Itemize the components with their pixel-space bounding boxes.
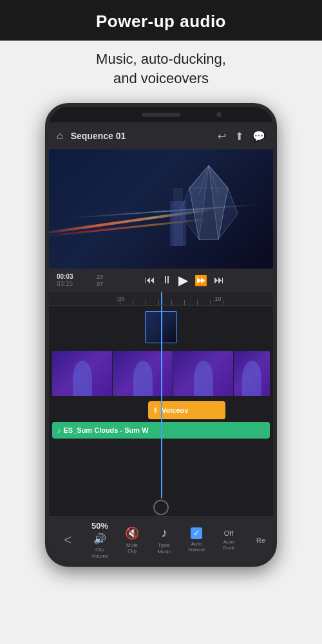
comment-icon[interactable]: 💬: [252, 130, 265, 142]
phone-camera: [216, 112, 222, 117]
header-title: Power-up audio: [96, 12, 226, 31]
step-forward-button[interactable]: ⏩: [194, 274, 207, 287]
step-back-button[interactable]: ⏸: [162, 274, 172, 286]
video-preview: [49, 149, 273, 269]
music-icon: ♪: [57, 426, 61, 434]
app-bar-icons: ↩ ⬆ 💬: [218, 130, 265, 142]
mute-label: MuteClip: [126, 542, 138, 554]
music-label: ES_Sum Clouds - Sum W: [64, 426, 149, 434]
toolbar-back[interactable]: <: [52, 533, 84, 547]
voiceover-clip[interactable]: 🎙 Voiceov: [148, 401, 225, 419]
timecode-frame-total: 07: [97, 281, 103, 287]
re-icon: Re: [256, 536, 265, 544]
music-type-icon: ♪: [161, 526, 167, 540]
timecode-frame: 23: [97, 274, 103, 280]
toolbar-mute-clip[interactable]: 🔇 MuteClip: [116, 526, 148, 554]
ruler-playhead-line: [161, 292, 162, 305]
video-segment-3: [173, 351, 233, 396]
share-icon[interactable]: ⬆: [235, 130, 243, 142]
voiceover-label: Voiceov: [162, 406, 188, 414]
auto-volume-checkbox[interactable]: ✓: [191, 527, 202, 539]
skip-forward-button[interactable]: ⏭: [214, 274, 224, 286]
skip-back-button[interactable]: ⏮: [145, 274, 155, 286]
undo-icon[interactable]: ↩: [218, 130, 226, 142]
home-icon[interactable]: ⌂: [57, 130, 63, 142]
voiceover-icon: 🎙: [152, 406, 159, 414]
auto-duck-value: Off: [224, 529, 233, 537]
auto-volume-label: AutoVolume: [188, 541, 205, 553]
svg-rect-7: [173, 188, 183, 246]
video-segment-1: [52, 351, 112, 396]
toolbar-auto-volume[interactable]: ✓ AutoVolume: [180, 527, 213, 553]
timecode-total: 03:15: [57, 280, 95, 287]
volume-icon: 🔊: [93, 533, 106, 545]
playback-controls: ⏮ ⏸ ▶ ⏩ ⏭: [103, 272, 265, 288]
phone-top-bar: [49, 107, 273, 122]
subtitle-text: Music, auto-ducking,and voiceovers: [96, 51, 226, 86]
header-section: Power-up audio: [0, 0, 322, 41]
toolbar-type-music[interactable]: ♪ Type:Music: [148, 526, 180, 554]
play-button[interactable]: ▶: [178, 272, 188, 288]
sequence-title: Sequence 01: [71, 131, 213, 141]
phone: ⌂ Sequence 01 ↩ ⬆ 💬: [45, 103, 277, 567]
timeline-ruler: :00 :10: [49, 292, 273, 306]
timeline-playhead: [161, 306, 162, 498]
timeline-area[interactable]: 🎙 Voiceov ♪ ES_Sum Clouds - Sum W: [49, 306, 273, 498]
auto-duck-label: AutoDuck: [223, 539, 234, 551]
volume-label: ClipVolume: [91, 547, 109, 559]
toolbar-auto-duck[interactable]: Off AutoDuck: [213, 529, 245, 551]
volume-value: 50%: [91, 521, 108, 531]
toolbar-re[interactable]: Re: [245, 536, 277, 544]
music-type-label: Type:Music: [158, 542, 171, 554]
toolbar-clip-volume[interactable]: 50% 🔊 ClipVolume: [84, 521, 116, 559]
phone-speaker: [142, 113, 180, 117]
app-bar: ⌂ Sequence 01 ↩ ⬆ 💬: [49, 122, 273, 149]
scroll-handle[interactable]: [153, 500, 169, 515]
bottom-toolbar: < 50% 🔊 ClipVolume 🔇 MuteClip ♪ Type:Mus…: [49, 516, 273, 563]
back-icon[interactable]: <: [64, 533, 71, 547]
phone-wrapper: ⌂ Sequence 01 ↩ ⬆ 💬: [0, 98, 322, 567]
ruler-label-end: :10: [213, 296, 222, 302]
timecode-current: 00:03: [57, 273, 95, 280]
ruler-label-start: :00: [117, 296, 125, 302]
scroll-handle-area: [49, 498, 273, 516]
video-segment-2: [113, 351, 173, 396]
video-segment-4: [234, 351, 270, 396]
timecode-display: 00:03 23 03:15 07: [57, 273, 103, 287]
subtitle: Music, auto-ducking,and voiceovers: [0, 41, 322, 98]
mute-icon: 🔇: [125, 526, 139, 540]
timecode-bar: 00:03 23 03:15 07 ⏮ ⏸ ▶ ⏩ ⏭: [49, 269, 273, 292]
